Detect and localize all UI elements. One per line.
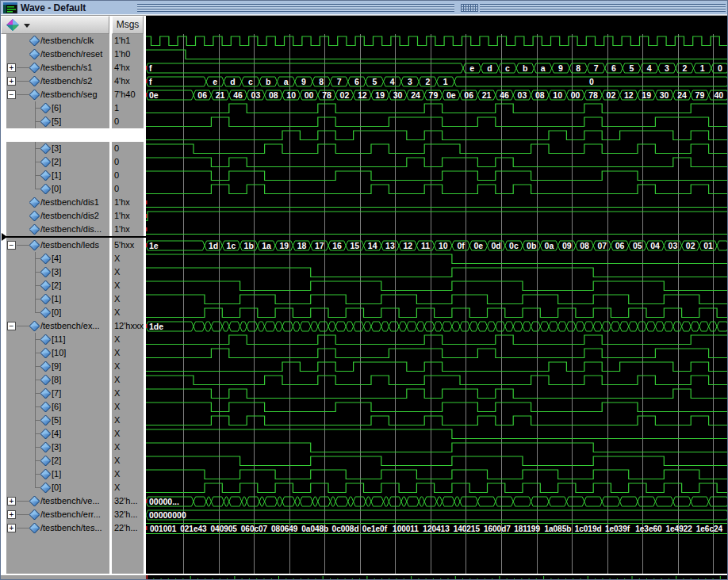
wave-row[interactable] — [146, 467, 728, 481]
signal-value[interactable]: 7'h40 — [112, 88, 144, 101]
signal-row[interactable]: [4] — [6, 427, 109, 441]
signal-row[interactable]: [7] — [6, 387, 109, 400]
expand-button[interactable]: + — [7, 77, 16, 86]
signal-row[interactable]: [3] — [6, 265, 109, 279]
wave-row[interactable] — [146, 223, 728, 236]
signal-row[interactable]: /testbench/dis2 — [6, 209, 109, 223]
collapse-button[interactable]: − — [7, 241, 16, 250]
wave-row[interactable]: fedcba9876543210 — [146, 61, 728, 74]
signal-row[interactable]: [1] — [6, 292, 109, 306]
wave-row[interactable] — [146, 155, 728, 169]
wave-row[interactable]: 1de — [146, 319, 728, 333]
wave-row[interactable] — [146, 306, 728, 319]
signal-value[interactable]: X — [112, 360, 144, 373]
wave-row[interactable]: 0e06214603081000780212193024790e06214603… — [146, 88, 728, 101]
signal-row[interactable]: −/testbench/ex... — [6, 319, 109, 333]
signal-toolbar[interactable] — [1, 16, 109, 34]
signal-row[interactable]: [8] — [6, 373, 109, 387]
collapse-button[interactable]: − — [7, 322, 16, 330]
signal-value[interactable]: X — [112, 454, 144, 467]
collapse-button[interactable]: − — [7, 90, 16, 99]
signal-row[interactable]: [2] — [6, 155, 109, 169]
signal-value[interactable]: 32'h... — [112, 508, 144, 521]
signal-row[interactable]: [2] — [6, 279, 109, 292]
signal-row[interactable]: +/testbench/s2 — [6, 74, 109, 88]
toolbar-dropdown-arrow[interactable] — [24, 24, 30, 28]
signal-row[interactable]: [6] — [6, 101, 109, 115]
wave-row[interactable] — [146, 441, 728, 454]
signal-value[interactable]: X — [112, 306, 144, 319]
signal-value[interactable]: X — [112, 467, 144, 481]
signal-row[interactable]: +/testbench/ve... — [6, 494, 109, 508]
signal-row[interactable]: /testbench/clk — [6, 34, 109, 48]
signal-row[interactable]: [0] — [6, 481, 109, 494]
signal-value[interactable]: X — [112, 346, 144, 360]
signal-row[interactable]: [3] — [6, 441, 109, 454]
signal-value[interactable]: 0 — [112, 142, 144, 155]
titlebar[interactable]: Wave - Default — [1, 1, 728, 15]
signal-row[interactable]: −/testbench/leds — [6, 238, 109, 252]
wave-row[interactable] — [146, 169, 728, 182]
signal-value[interactable]: 1'hx — [112, 209, 144, 223]
msgs-column-header[interactable]: Msgs — [112, 16, 144, 34]
wave-row[interactable]: 001001021e43040905060c070806490a048b0c00… — [146, 521, 728, 535]
wave-row[interactable] — [146, 252, 728, 265]
signal-value[interactable]: 1'hx — [112, 196, 144, 209]
signal-value[interactable]: X — [112, 441, 144, 454]
wave-row[interactable] — [146, 182, 728, 196]
expand-button[interactable]: + — [7, 524, 16, 532]
signal-value[interactable]: 0 — [112, 115, 144, 128]
wave-row[interactable] — [146, 196, 728, 209]
wave-row[interactable] — [146, 128, 728, 142]
expand-button[interactable]: + — [7, 63, 16, 72]
signal-row[interactable]: +/testbench/s1 — [6, 61, 109, 74]
signal-value[interactable]: 4'hx — [112, 74, 144, 88]
wave-row[interactable]: 00000000 — [146, 508, 728, 521]
pane-separator[interactable] — [6, 236, 146, 238]
signal-row[interactable]: [5] — [6, 115, 109, 128]
signal-row[interactable]: [1] — [6, 467, 109, 481]
signal-row[interactable]: /testbench/dis1 — [6, 196, 109, 209]
signal-value[interactable]: X — [112, 373, 144, 387]
signal-row[interactable]: /testbench/reset — [6, 48, 109, 61]
signal-row[interactable]: [10] — [6, 346, 109, 360]
wave-row[interactable] — [146, 142, 728, 155]
wave-row[interactable] — [146, 265, 728, 279]
signal-value[interactable]: X — [112, 333, 144, 346]
wave-row[interactable] — [146, 346, 728, 360]
signal-value[interactable]: X — [112, 427, 144, 441]
signal-row[interactable]: +/testbench/tes... — [6, 521, 109, 535]
signal-value[interactable]: 22'h... — [112, 521, 144, 535]
wave-row[interactable]: 00000... — [146, 494, 728, 508]
signal-value[interactable]: 4'hx — [112, 61, 144, 74]
signal-value[interactable]: 5'hxx — [112, 238, 144, 252]
signal-value[interactable]: 0 — [112, 169, 144, 182]
wave-row[interactable] — [146, 414, 728, 427]
wave-row[interactable] — [146, 34, 728, 48]
signal-row[interactable]: [0] — [6, 306, 109, 319]
signal-row[interactable]: [9] — [6, 360, 109, 373]
signal-row[interactable]: [6] — [6, 400, 109, 414]
signal-value[interactable]: X — [112, 265, 144, 279]
waveform-panel[interactable]: fedcba9876543210fedcba98765432100e062146… — [146, 16, 728, 580]
wave-row[interactable] — [146, 387, 728, 400]
signal-value[interactable]: X — [112, 292, 144, 306]
signal-value[interactable]: X — [112, 279, 144, 292]
pane-separator-handle[interactable] — [2, 233, 7, 241]
wave-row[interactable] — [146, 279, 728, 292]
signal-value[interactable]: 1 — [112, 101, 144, 115]
wave-row[interactable] — [146, 48, 728, 61]
wave-row[interactable] — [146, 360, 728, 373]
wave-row[interactable] — [146, 292, 728, 306]
signal-row[interactable]: /testbench/dis... — [6, 223, 109, 236]
signal-row[interactable]: +/testbench/err... — [6, 508, 109, 521]
signal-value[interactable]: X — [112, 400, 144, 414]
signal-value[interactable]: 0 — [112, 155, 144, 169]
signal-row[interactable]: [2] — [6, 454, 109, 467]
wave-row[interactable] — [146, 400, 728, 414]
wave-row[interactable]: 1e1d1c1b1a191817161514131211100f0e0d0c0b… — [146, 238, 728, 252]
signal-row[interactable]: [5] — [6, 414, 109, 427]
signal-value[interactable]: 1'hx — [112, 223, 144, 236]
timeline-ruler[interactable] — [146, 575, 728, 580]
expand-button[interactable]: + — [7, 510, 16, 519]
